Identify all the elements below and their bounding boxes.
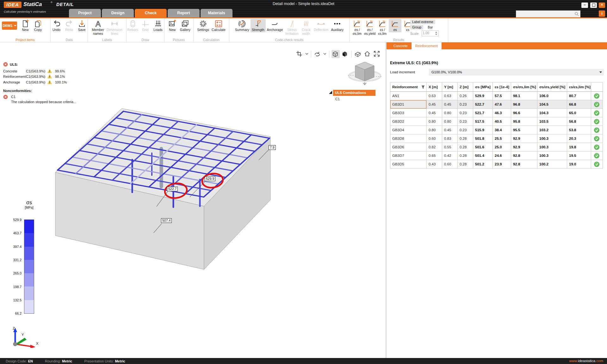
toolbar-separator (351, 51, 352, 58)
ribbon-button-strength[interactable]: Strength (251, 19, 266, 32)
tab-report[interactable]: Report (168, 9, 200, 17)
search-input[interactable] (517, 11, 573, 17)
extreme-uls-text: Extreme ULS: C1 (G63.9%) (390, 61, 438, 65)
titlebar: IDEA StatiCa ® DETAIL Calculate yesterda… (0, 0, 607, 17)
model-viewport[interactable]: ULS: ConcreteC1(G63.9%)99.6%Reinforcemen… (0, 42, 386, 358)
col-header-status[interactable] (591, 83, 603, 92)
section-icon[interactable] (354, 50, 362, 58)
table-row-gb3d4[interactable]: GB3D40.800.450.23515.938.495.5103.253.8 (390, 126, 603, 134)
minimize-button[interactable]: – (581, 3, 588, 8)
fit-icon[interactable] (373, 50, 381, 58)
bar-toggle[interactable]: Bar (426, 25, 434, 29)
grid-icon (141, 19, 150, 28)
col-header-y-m[interactable]: Y [m] (442, 83, 458, 92)
info-button[interactable]: i (599, 10, 605, 17)
tab-reinforcement[interactable]: Reinforcement (412, 42, 442, 49)
expander-icon[interactable] (329, 91, 332, 94)
tab-concrete[interactable]: Concrete (390, 42, 412, 49)
ribbon-button-deflection: Deflection (313, 19, 330, 32)
strength-icon (254, 19, 263, 28)
table-row-gb3d7[interactable]: GB3D70.650.420.28501.424.692.8100.319.5 (390, 151, 603, 160)
table-row-gb3d1[interactable]: GB3D10.450.450.23522.747.696.8104.566.8 (390, 100, 603, 109)
ribbon-button-member-names[interactable]: AMembernames (90, 19, 105, 36)
col-header-σs-mpa[interactable]: σs [MPa] (473, 83, 493, 92)
project-item-selector[interactable]: DRM1 (2, 22, 17, 30)
axis-y-label: Y (22, 333, 24, 336)
axis-triad: Z Y X (8, 326, 39, 348)
scale-input-wrap (422, 30, 439, 36)
navigation-cube[interactable] (345, 57, 384, 85)
stress-limitation-icon (288, 19, 296, 28)
table-row-gb3d2[interactable]: GB3D20.800.800.23517.540.595.8103.556.8 (390, 117, 603, 126)
scale-input[interactable] (422, 31, 434, 35)
group-toggle[interactable]: Group (410, 25, 423, 29)
solid-cube-icon[interactable] (341, 50, 349, 58)
table-row-gb3d6[interactable]: GB3D60.820.550.28501.625.092.9100.319.8 (390, 143, 603, 151)
pass-check-icon (594, 102, 599, 107)
crop-icon[interactable] (295, 50, 304, 58)
ribbon-button-copy[interactable]: Copy (32, 19, 44, 32)
ribbon-button-calculate[interactable]: Calculate (210, 19, 227, 32)
chevron-down-icon (599, 71, 602, 73)
ribbon-group-calculation: </>SettingsCalculate Calculation (194, 18, 229, 42)
website-link[interactable]: www.ideastatica.com (569, 358, 603, 364)
chevron-down-icon[interactable] (323, 50, 327, 58)
col-header-z-m[interactable]: Z [m] (458, 83, 473, 92)
label-extreme-toggle[interactable]: Label extreme (410, 20, 435, 24)
combination-item-c1[interactable]: C1 (335, 97, 340, 101)
tab-design[interactable]: Design (102, 9, 134, 17)
ribbon-button-σs[interactable]: σs (389, 19, 401, 32)
uls-summary: ULS: ConcreteC1(G63.9%)99.6%Reinforcemen… (3, 62, 89, 104)
nonconformity-name[interactable]: C1 (11, 95, 15, 99)
tab-check[interactable]: Check (135, 9, 167, 17)
col-header-x-m[interactable]: X [m] (427, 83, 442, 92)
uls-combinations-header[interactable]: ULS Combinations (333, 90, 375, 96)
ribbon-button-εs-εs-lim[interactable]: %εs /εs,lim (376, 19, 389, 36)
home-icon[interactable] (363, 50, 372, 58)
col-header-σs-σs-yield[interactable]: σs/σs,yield [%] (537, 83, 567, 92)
legend-gradient-bar (24, 219, 34, 314)
legend-tick: 463.7 (6, 231, 22, 235)
ribbon-button-save[interactable]: Save (76, 19, 88, 32)
table-row-an1[interactable]: AN10.630.630.26529.957.598.1106.080.7 (390, 92, 603, 100)
ribbon-button-summary[interactable]: Summary (234, 19, 251, 32)
tab-project[interactable]: Project (69, 9, 101, 17)
legend-tick: 132.5 (6, 298, 22, 302)
col-header-εs-εs-lim[interactable]: εs/εs,lim [%] (567, 83, 591, 92)
ribbon-button-loads[interactable]: Loads (152, 19, 164, 32)
col-header-reinforcement[interactable]: Reinforcement (390, 83, 427, 92)
group-label: Labels (88, 38, 126, 42)
scale-spinner[interactable] (434, 31, 438, 36)
chevron-down-icon (14, 25, 16, 26)
ribbon-button-σs-σs-lim[interactable]: %σs /σs,lim (351, 19, 363, 36)
dimension-lines-icon (110, 19, 119, 28)
chevron-down-icon[interactable] (305, 50, 309, 58)
ribbon-button-settings[interactable]: </>Settings (196, 19, 210, 32)
wire-cube-icon[interactable] (331, 50, 340, 58)
ribbon-button-gallery[interactable]: Gallery (179, 19, 192, 32)
chart-pct-icon: % (353, 19, 362, 28)
ribbon-button-new[interactable]: New (19, 19, 32, 32)
rotate-icon[interactable] (313, 50, 322, 58)
group-label: Calculation (194, 38, 229, 42)
table-row-gb3d8[interactable]: GB3D80.600.830.28501.825.592.9100.320.3 (390, 134, 603, 143)
ribbon-button-anchorage[interactable]: Anchorage (266, 19, 284, 32)
col-header-σs-σs-lim[interactable]: σs/σs,lim [%] (511, 83, 537, 92)
col-header-εs-1e-4[interactable]: εs [1e-4] (493, 83, 511, 92)
uls-rows: ConcreteC1(G63.9%)99.6%ReinforcementC1(G… (3, 68, 89, 85)
ribbon-button-auxiliary[interactable]: Auxiliary (330, 19, 345, 32)
table-row-gb3d3[interactable]: GB3D30.450.800.23521.746.396.6104.365.0 (390, 109, 603, 117)
tab-materials[interactable]: Materials (201, 9, 232, 17)
ribbon-button-σs-σs-yield[interactable]: %σs /σs,yield (363, 19, 376, 36)
loads-icon (154, 19, 163, 28)
filter-icon[interactable] (421, 85, 425, 89)
legend-tick: 198.7 (6, 285, 22, 289)
maximize-button[interactable] (590, 3, 597, 8)
redo-icon (65, 19, 74, 28)
ribbon-button-undo[interactable]: Undo (50, 19, 63, 32)
table-row-gb3d5[interactable]: GB3D50.430.600.28501.223.992.8100.219.0 (390, 160, 603, 169)
ribbon-button-new[interactable]: New (166, 19, 179, 32)
close-button[interactable]: × (599, 3, 605, 8)
uls-row-anchorage: AnchorageC1(G63.9%)100.1% (3, 79, 89, 85)
load-increment-dropdown[interactable]: G100.0%, V100.0% (429, 69, 604, 76)
